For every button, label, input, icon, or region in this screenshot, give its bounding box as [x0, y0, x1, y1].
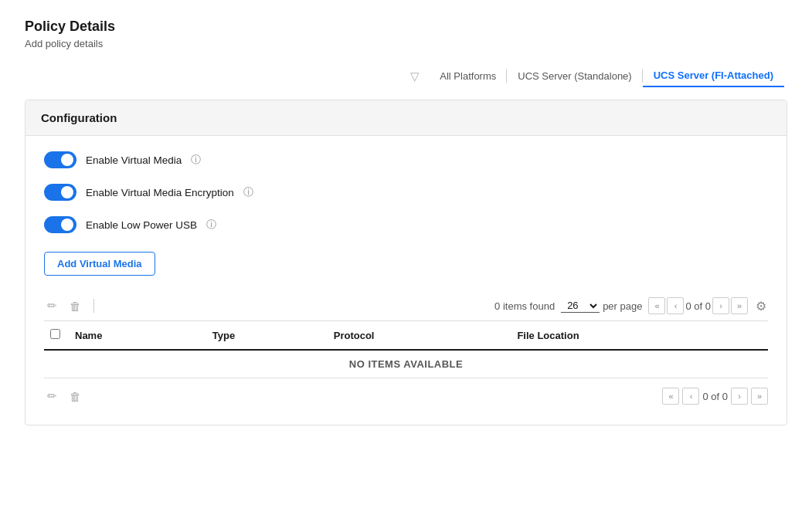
- table-header: Name Type Protocol File Location: [44, 321, 768, 350]
- edit-icon[interactable]: ✏: [44, 296, 60, 316]
- table-toolbar: ✏ 🗑 0 items found 26 50 100 per page: [44, 291, 768, 321]
- page-title: Policy Details: [25, 19, 787, 35]
- toggle-label-virtual-media: Enable Virtual Media: [86, 154, 182, 166]
- delete-icon[interactable]: 🗑: [66, 297, 84, 316]
- pagination-controls: « ‹ 0 of 0 › »: [648, 297, 748, 314]
- col-header-type: Type: [206, 321, 328, 350]
- add-virtual-media-button[interactable]: Add Virtual Media: [44, 252, 155, 276]
- platform-tab-all[interactable]: All Platforms: [429, 66, 507, 86]
- bottom-toolbar-left: ✏ 🗑: [44, 386, 84, 406]
- page-container: Policy Details Add policy details ▽ All …: [0, 0, 812, 522]
- bottom-toolbar: ✏ 🗑 « ‹ 0 of 0 › »: [44, 378, 768, 409]
- platform-tab-standalone[interactable]: UCS Server (Standalone): [507, 66, 642, 86]
- configuration-header: Configuration: [25, 100, 787, 136]
- toggle-row-virtual-media: Enable Virtual Media ⓘ: [44, 151, 768, 168]
- empty-state-message: NO ITEMS AVAILABLE: [44, 350, 768, 378]
- info-icon-virtual-media[interactable]: ⓘ: [191, 153, 201, 167]
- bottom-delete-icon[interactable]: 🗑: [66, 387, 84, 406]
- page-header: Policy Details Add policy details: [25, 19, 787, 49]
- configuration-body: Enable Virtual Media ⓘ Enable Virtual Me…: [25, 136, 787, 425]
- checkbox-col-header: [44, 321, 69, 350]
- col-header-protocol: Protocol: [328, 321, 511, 350]
- toggle-encryption[interactable]: [44, 184, 76, 201]
- page-subtitle: Add policy details: [25, 38, 787, 49]
- page-info: 0 of 0: [685, 300, 711, 312]
- col-header-name: Name: [69, 321, 206, 350]
- items-found: 0 items found: [494, 300, 555, 312]
- select-all-checkbox[interactable]: [50, 329, 60, 339]
- toggle-row-low-power-usb: Enable Low Power USB ⓘ: [44, 216, 768, 233]
- table-settings-icon[interactable]: ⚙: [754, 297, 768, 315]
- bottom-last-page-button[interactable]: »: [751, 388, 768, 405]
- per-page-dropdown[interactable]: 26 50 100: [561, 299, 600, 313]
- platform-tab-fi-attached[interactable]: UCS Server (FI-Attached): [643, 65, 784, 87]
- first-page-button[interactable]: «: [648, 297, 665, 314]
- table-body: NO ITEMS AVAILABLE: [44, 350, 768, 378]
- configuration-section: Configuration Enable Virtual Media ⓘ Ena…: [25, 100, 787, 425]
- toggle-low-power-usb[interactable]: [44, 216, 76, 233]
- bottom-next-page-button[interactable]: ›: [731, 388, 748, 405]
- prev-page-button[interactable]: ‹: [667, 297, 684, 314]
- bottom-edit-icon[interactable]: ✏: [44, 386, 60, 406]
- bottom-prev-page-button[interactable]: ‹: [682, 388, 699, 405]
- info-icon-low-power-usb[interactable]: ⓘ: [206, 218, 216, 232]
- data-table: Name Type Protocol File Location NO ITEM…: [44, 321, 768, 378]
- toggle-label-encryption: Enable Virtual Media Encryption: [86, 187, 234, 198]
- last-page-button[interactable]: »: [731, 297, 748, 314]
- next-page-button[interactable]: ›: [712, 297, 729, 314]
- filter-icon: ▽: [410, 69, 420, 83]
- bottom-toolbar-right: « ‹ 0 of 0 › »: [662, 388, 768, 405]
- empty-state-row: NO ITEMS AVAILABLE: [44, 350, 768, 378]
- bottom-first-page-button[interactable]: «: [662, 388, 679, 405]
- toggle-label-low-power-usb: Enable Low Power USB: [86, 219, 197, 231]
- per-page-label: per page: [603, 300, 642, 312]
- toggle-virtual-media[interactable]: [44, 151, 76, 168]
- toolbar-divider: [93, 299, 94, 313]
- platform-bar: ▽ All Platforms UCS Server (Standalone) …: [25, 65, 787, 87]
- table-header-row: Name Type Protocol File Location: [44, 321, 768, 350]
- info-icon-encryption[interactable]: ⓘ: [243, 185, 253, 199]
- col-header-file-location: File Location: [511, 321, 768, 350]
- toolbar-left: ✏ 🗑: [44, 296, 97, 316]
- per-page-select: 26 50 100 per page: [561, 299, 642, 313]
- toolbar-right: 0 items found 26 50 100 per page « ‹ 0 o…: [494, 297, 768, 315]
- bottom-page-info: 0 of 0: [702, 391, 728, 402]
- toggle-row-encryption: Enable Virtual Media Encryption ⓘ: [44, 184, 768, 201]
